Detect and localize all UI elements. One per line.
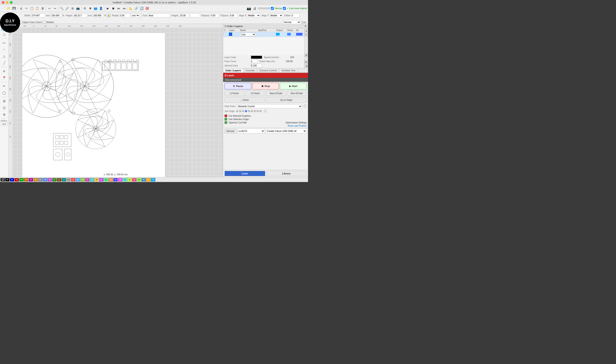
radius-input[interactable]: [1, 122, 8, 126]
maximize-button[interactable]: [10, 1, 13, 4]
origin-dot-9[interactable]: [260, 110, 262, 112]
rotate-button[interactable]: 🔄: [139, 6, 144, 11]
print-button[interactable]: 🖨: [19, 6, 24, 11]
measure-button[interactable]: 📐: [128, 6, 133, 11]
align-y-select[interactable]: MiddleTopBottom: [270, 13, 283, 17]
node-button[interactable]: 🔗: [134, 6, 139, 11]
color-swatch-19[interactable]: 19: [95, 178, 99, 182]
color-swatch-11[interactable]: 11: [57, 178, 61, 182]
welded-checkbox[interactable]: [43, 21, 46, 24]
row-mode[interactable]: LineFillOffset Fill: [239, 32, 257, 37]
show-toggle[interactable]: [287, 33, 291, 36]
ungroup-button[interactable]: 👤: [98, 6, 103, 11]
start-from-select[interactable]: Absolute Coords Current Position User Or…: [237, 104, 302, 108]
air-toggle[interactable]: [296, 33, 302, 36]
settings-button[interactable]: ⚙: [82, 6, 87, 11]
zoom-selection-button[interactable]: 📺: [75, 6, 80, 11]
job-origin-info[interactable]: ⓘ: [264, 109, 267, 113]
pin-tool[interactable]: 📍: [1, 75, 7, 81]
offset-tool[interactable]: ⊡: [1, 105, 7, 111]
laser-tab-button[interactable]: Laser: [224, 171, 265, 176]
upper-case-check[interactable]: Upper Case: [19, 21, 35, 24]
scroll-up-arrow[interactable]: ▲: [304, 29, 308, 33]
color-swatch-T1[interactable]: T1: [146, 178, 151, 182]
run-gcode-button[interactable]: Run GCode: [287, 90, 307, 96]
zoom-fit-button[interactable]: ⊞: [70, 6, 75, 11]
color-swatch-28[interactable]: 28: [137, 178, 141, 182]
home-button[interactable]: ⌂ Home: [224, 97, 265, 103]
color-swatch-24[interactable]: 24: [118, 178, 123, 182]
minimize-button[interactable]: [6, 1, 9, 4]
color-swatch-22[interactable]: 22: [109, 178, 113, 182]
row-show[interactable]: [286, 32, 295, 37]
frame2-button[interactable]: ⊡ Frame: [245, 90, 265, 96]
size-unit-select[interactable]: mmin: [131, 13, 140, 17]
color-swatch-04[interactable]: 04: [24, 178, 28, 182]
tab-console[interactable]: Console: [243, 68, 257, 72]
boolean-tool[interactable]: ⊕: [1, 111, 7, 117]
origin-dot-2[interactable]: [239, 110, 241, 112]
scroll-down-arrow[interactable]: ▼: [304, 33, 308, 37]
origin-dot-5[interactable]: [248, 110, 250, 112]
origin-dot-4[interactable]: [245, 110, 247, 112]
go-to-origin-button[interactable]: Go to Origin: [266, 97, 307, 103]
welded-check[interactable]: Welded: [43, 21, 54, 24]
color-swatch-10[interactable]: 10: [52, 178, 57, 182]
color-swatch-05[interactable]: 05: [29, 178, 33, 182]
vspace-input[interactable]: [229, 13, 238, 17]
color-swatch-17[interactable]: 17: [85, 178, 90, 182]
layer-color-swatch[interactable]: [251, 56, 262, 59]
stop-button[interactable]: ⏹: [111, 6, 116, 11]
polygon-tool[interactable]: △: [1, 53, 7, 59]
device-machine-select[interactable]: Creality Falcon 22W GRBL-M:: [266, 129, 307, 133]
delete-button[interactable]: 🗑: [40, 6, 45, 11]
color-swatch-02[interactable]: 02: [14, 178, 19, 182]
color-swatch-25[interactable]: 25: [123, 178, 127, 182]
redo-button[interactable]: ↪: [52, 6, 57, 11]
hspace-input[interactable]: [210, 13, 219, 17]
color-swatch-20[interactable]: 20: [99, 178, 104, 182]
origin-dot-7[interactable]: [254, 110, 256, 112]
color-swatch-23[interactable]: 23: [113, 178, 118, 182]
color-swatch-12[interactable]: 12: [62, 178, 66, 182]
expand-btn[interactable]: ▶: [304, 60, 308, 64]
color-swatch-00[interactable]: 00: [5, 178, 10, 182]
paste-button[interactable]: 📋: [35, 6, 40, 11]
rotate-input[interactable]: [119, 13, 130, 17]
start-from-info-icon[interactable]: ⓘ: [303, 104, 307, 108]
cuts-panel-close[interactable]: ✕: [304, 25, 307, 28]
mode-select[interactable]: LineFillOffset Fill: [240, 33, 256, 36]
color-swatch-07[interactable]: 07: [38, 178, 42, 182]
interval-input[interactable]: [251, 64, 262, 67]
color-swatch-06[interactable]: 06: [33, 178, 38, 182]
output-button[interactable]: 🖨: [252, 6, 257, 11]
color-swatch-08[interactable]: 08: [43, 178, 47, 182]
line-tool[interactable]: ╱: [1, 60, 7, 66]
optimization-settings-link[interactable]: Optimization Settings: [286, 121, 307, 124]
new-button[interactable]: 📄: [1, 6, 6, 11]
group-button[interactable]: 👥: [93, 6, 98, 11]
cuts-layer-row[interactable]: C00 00 LineFillOffset Fill 520.0 / 100.0: [223, 32, 304, 37]
text-tool[interactable]: A: [1, 68, 7, 74]
width-input[interactable]: [31, 13, 45, 17]
grid-array-tool[interactable]: ⊞: [1, 98, 7, 104]
zoom-in-button[interactable]: 🔍: [59, 6, 64, 11]
color-swatch-21[interactable]: 21: [104, 178, 108, 182]
prev-button[interactable]: ⏮: [122, 6, 126, 11]
color-swatch-T2[interactable]: T2: [151, 178, 155, 182]
open-button[interactable]: 📁: [6, 6, 11, 11]
pause-button[interactable]: ⏸ Pause: [224, 83, 251, 90]
lock-inner-checkbox[interactable]: [283, 7, 286, 10]
save-gcode-button[interactable]: Save GCode: [266, 90, 286, 96]
lock-ratio-button[interactable]: 🔒: [107, 14, 110, 17]
cut-selected-checkbox[interactable]: [224, 115, 227, 117]
origin-dot-3[interactable]: [242, 110, 244, 112]
play-button[interactable]: ▶: [105, 6, 110, 11]
color-swatch-13[interactable]: 13: [66, 178, 71, 182]
show-last-position-link[interactable]: Show Last Position: [288, 125, 307, 127]
pass-count-input[interactable]: [251, 59, 258, 63]
devices-button[interactable]: Devices: [224, 129, 237, 133]
move-as-group-checkbox[interactable]: [271, 7, 274, 10]
font-size2-input[interactable]: [190, 13, 200, 17]
row-output[interactable]: [275, 32, 286, 37]
